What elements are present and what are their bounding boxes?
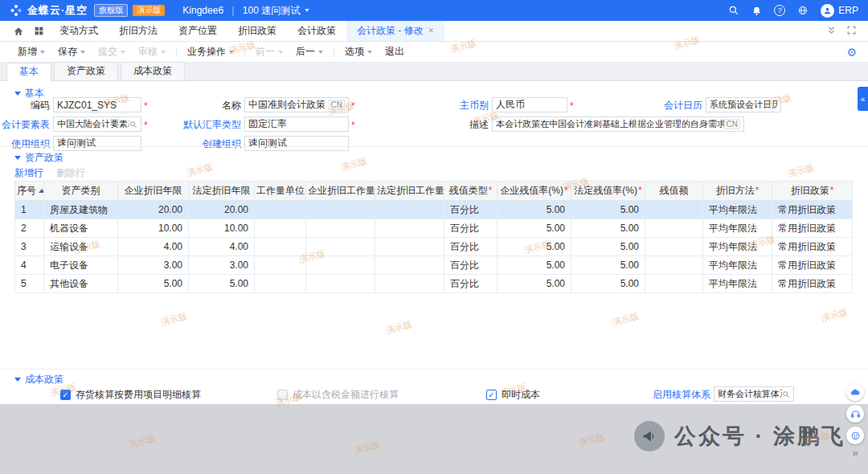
base-currency-input[interactable]: 人民币: [492, 97, 567, 112]
field-label-use-org[interactable]: 使用组织: [2, 136, 50, 152]
lookup-magnifier-icon[interactable]: [129, 121, 137, 129]
table-cell[interactable]: 4: [15, 256, 44, 275]
section-cost-toggle[interactable]: 成本政策: [14, 373, 63, 386]
table-cell[interactable]: [255, 201, 306, 219]
panel-collapse-handle[interactable]: «: [858, 87, 868, 111]
table-cell[interactable]: 其他设备: [44, 275, 118, 293]
checkbox-cost-with-tax[interactable]: 成本以含税金额进行核算: [277, 388, 399, 401]
name-input[interactable]: 中国准则会计政策CN: [244, 97, 349, 112]
use-org-input[interactable]: 速问测试: [53, 136, 141, 151]
table-cell[interactable]: [306, 238, 375, 256]
column-header[interactable]: 企业折旧工作量: [306, 182, 375, 201]
headset-support-icon[interactable]: [846, 405, 864, 423]
grid-menu-icon[interactable]: [29, 26, 49, 36]
table-cell[interactable]: [645, 256, 703, 275]
create-org-input[interactable]: 速问测试: [244, 136, 349, 151]
table-cell[interactable]: [375, 201, 444, 219]
subtab[interactable]: 资产政策: [54, 62, 118, 80]
table-cell[interactable]: 常用折旧政策: [772, 201, 853, 219]
toolbar-button[interactable]: 新增: [11, 45, 51, 59]
field-label-account-system[interactable]: 启用核算体系: [653, 386, 712, 402]
feedback-smiley-icon[interactable]: [846, 427, 864, 444]
toolbar-button[interactable]: 选项: [338, 45, 379, 59]
nav-tab[interactable]: 折旧方法: [108, 21, 168, 41]
table-cell[interactable]: 3: [15, 238, 44, 256]
subtab[interactable]: 基本: [6, 63, 51, 81]
toolbar-button[interactable]: 审核: [132, 45, 172, 59]
fullscreen-icon[interactable]: [846, 25, 857, 38]
account-system-input[interactable]: 财务会计核算体系: [714, 386, 794, 402]
nav-tab[interactable]: 折旧政策: [227, 21, 287, 41]
table-cell[interactable]: [255, 238, 306, 256]
toolbar-button[interactable]: 退出: [379, 45, 411, 59]
table-cell[interactable]: 5.00: [571, 238, 645, 256]
nav-tab-active[interactable]: 会计政策 - 修改×: [346, 21, 444, 41]
table-cell[interactable]: 5: [15, 275, 44, 293]
field-label-base-currency[interactable]: 主币别: [424, 97, 489, 113]
globe-icon[interactable]: [797, 5, 809, 16]
table-cell[interactable]: 5.00: [571, 219, 645, 238]
tenant-selector[interactable]: Kingdee6 ｜ 100 速问测试: [182, 4, 309, 18]
table-cell[interactable]: 20.00: [118, 201, 189, 219]
table-cell[interactable]: 平均年限法: [703, 219, 772, 238]
table-cell[interactable]: 百分比: [444, 238, 497, 256]
table-cell[interactable]: 百分比: [444, 256, 497, 275]
collapse-tabs-icon[interactable]: [826, 25, 837, 38]
column-header[interactable]: 残值额: [645, 182, 703, 201]
table-cell[interactable]: [375, 256, 444, 275]
table-cell[interactable]: 百分比: [444, 201, 497, 219]
user-menu[interactable]: ERP: [821, 4, 858, 18]
table-cell[interactable]: 房屋及建筑物: [44, 201, 118, 219]
column-header[interactable]: 折旧政策*: [772, 182, 853, 201]
table-cell[interactable]: [645, 219, 703, 238]
table-cell[interactable]: [255, 219, 306, 238]
notification-bell-icon[interactable]: [751, 6, 762, 16]
table-cell[interactable]: [645, 275, 703, 293]
table-cell[interactable]: 5.00: [189, 275, 255, 293]
table-cell[interactable]: [306, 201, 375, 219]
table-cell[interactable]: 常用折旧政策: [772, 275, 853, 293]
toolbar-button[interactable]: 提交: [92, 45, 132, 59]
subtab[interactable]: 成本政策: [121, 62, 185, 80]
column-header[interactable]: 法定折旧工作量: [375, 182, 444, 201]
field-label-exchange-rate-type[interactable]: 默认汇率类型: [170, 116, 241, 133]
table-cell[interactable]: 4.00: [189, 238, 255, 256]
table-cell[interactable]: 10.00: [118, 219, 189, 238]
field-label-create-org[interactable]: 创建组织: [170, 136, 241, 152]
toolbar-button[interactable]: 前一: [249, 45, 289, 59]
table-cell[interactable]: [255, 256, 306, 275]
toolbar-button[interactable]: 保存: [51, 45, 92, 59]
table-cell[interactable]: 常用折旧政策: [772, 256, 853, 275]
table-cell[interactable]: 4.00: [118, 238, 189, 256]
table-cell[interactable]: [375, 219, 444, 238]
lookup-magnifier-icon[interactable]: [782, 390, 790, 398]
table-cell[interactable]: [375, 275, 444, 293]
table-cell[interactable]: 运输设备: [44, 238, 118, 256]
table-cell[interactable]: 平均年限法: [703, 256, 772, 275]
table-cell[interactable]: 平均年限法: [703, 275, 772, 293]
element-table-input[interactable]: 中国大陆会计要素表: [53, 116, 141, 132]
table-cell[interactable]: 5.00: [497, 275, 571, 293]
nav-tab[interactable]: 变动方式: [49, 21, 108, 41]
table-cell[interactable]: 机器设备: [44, 219, 118, 238]
column-header[interactable]: 法定残值率(%)*: [571, 182, 645, 201]
section-asset-toggle[interactable]: 资产政策: [14, 151, 63, 165]
cloud-icon[interactable]: [846, 383, 864, 401]
accounting-calendar-input[interactable]: 系统预设会计日历: [706, 97, 781, 112]
table-cell[interactable]: [255, 275, 306, 293]
table-cell[interactable]: 平均年限法: [703, 238, 772, 256]
table-row[interactable]: 1房屋及建筑物20.0020.00百分比5.005.00平均年限法常用折旧政策: [15, 201, 853, 219]
field-label-element-table[interactable]: 会计要素表: [2, 116, 50, 133]
search-icon[interactable]: [728, 5, 739, 16]
column-header[interactable]: 企业折旧年限: [118, 182, 189, 201]
exchange-rate-type-input[interactable]: 固定汇率: [244, 116, 349, 132]
add-row-button[interactable]: 新增行: [14, 166, 43, 180]
table-cell[interactable]: [306, 256, 375, 275]
table-cell[interactable]: 3.00: [118, 256, 189, 275]
column-header[interactable]: 残值类型*: [444, 182, 497, 201]
code-input[interactable]: KJZC01_SYS: [53, 97, 141, 112]
table-cell[interactable]: 常用折旧政策: [772, 219, 853, 238]
table-cell[interactable]: 平均年限法: [703, 201, 772, 219]
table-cell[interactable]: [306, 219, 375, 238]
table-cell[interactable]: 5.00: [571, 201, 645, 219]
